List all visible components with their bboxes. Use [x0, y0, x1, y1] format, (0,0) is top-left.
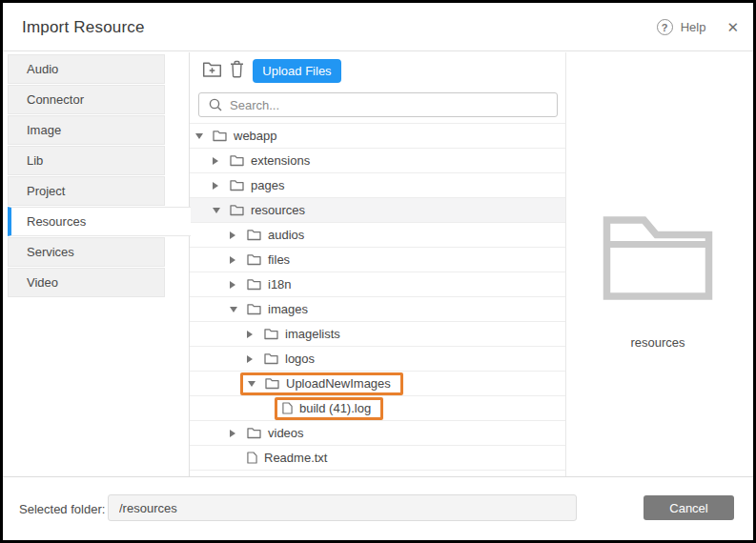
tree-item-pages[interactable]: pages: [190, 173, 565, 198]
help-link[interactable]: Help: [681, 20, 706, 34]
tree-item-content: webapp: [195, 126, 277, 147]
sidebar-item-label: Video: [9, 269, 164, 296]
preview-panel: resources: [566, 52, 749, 476]
delete-icon[interactable]: [230, 60, 244, 82]
tree-item-content: Readme.txt: [247, 448, 327, 469]
folder-icon: [247, 253, 261, 266]
arrow-glyph: [213, 208, 220, 213]
folder-icon: [265, 377, 279, 390]
chevron-right-icon[interactable]: [213, 157, 230, 165]
tree-item-images[interactable]: images: [190, 297, 565, 322]
chevron-right-icon[interactable]: [230, 430, 247, 437]
sidebar-item-label: Resources: [11, 208, 191, 235]
upload-files-button[interactable]: Upload Files: [253, 59, 341, 83]
folder-icon: [230, 179, 244, 191]
file-icon: [247, 452, 257, 464]
tree-item-logos[interactable]: logos: [190, 347, 565, 372]
tree-item-label: imagelists: [285, 327, 340, 341]
sidebar-item-project[interactable]: Project: [8, 176, 165, 206]
help-icon[interactable]: ?: [657, 19, 673, 35]
tree-item-webapp[interactable]: webapp: [190, 124, 565, 149]
tree-item-label: resources: [251, 203, 305, 217]
tree-item-i18n[interactable]: i18n: [190, 272, 565, 297]
tree-item-extensions[interactable]: extensions: [190, 149, 565, 173]
chevron-down-icon[interactable]: [213, 208, 230, 213]
tree-item-readme-txt[interactable]: Readme.txt: [190, 446, 565, 471]
cancel-button[interactable]: Cancel: [644, 495, 734, 520]
file-tree: webappextensionspagesresourcesaudiosfile…: [190, 123, 565, 476]
folder-icon: [230, 204, 244, 216]
chevron-down-icon[interactable]: [195, 133, 213, 139]
arrow-glyph: [230, 430, 235, 437]
tree-item-content: imagelists: [247, 324, 340, 345]
tree-item-files[interactable]: files: [190, 248, 565, 272]
tree-item-resources[interactable]: resources: [190, 198, 565, 223]
folder-icon: [247, 278, 261, 291]
search-input[interactable]: [230, 98, 557, 112]
selected-folder-input[interactable]: [108, 494, 577, 521]
arrow-glyph: [247, 355, 253, 363]
tree-item-label: images: [268, 302, 308, 316]
annotation-highlight-box: UploadNewImages: [240, 372, 403, 395]
tree-item-content: images: [230, 299, 308, 320]
chevron-right-icon[interactable]: [213, 182, 230, 190]
tree-item-label: webapp: [234, 129, 277, 143]
arrow-glyph: [230, 231, 235, 239]
tree-item-content: pages: [213, 175, 284, 196]
chevron-down-icon[interactable]: [230, 307, 247, 312]
sidebar-item-lib[interactable]: Lib: [8, 146, 165, 175]
selected-folder-label: Selected folder:: [19, 502, 105, 516]
tree-item-videos[interactable]: videos: [190, 421, 565, 446]
sidebar-item-label: Services: [9, 238, 164, 266]
sidebar-item-audio[interactable]: Audio: [8, 54, 165, 84]
chevron-down-icon[interactable]: [248, 381, 265, 387]
sidebar-item-services[interactable]: Services: [8, 237, 165, 267]
tree-item-content: extensions: [213, 151, 310, 171]
search-icon: [209, 98, 222, 111]
sidebar-item-connector[interactable]: Connector: [8, 85, 165, 114]
tree-item-audios[interactable]: audios: [190, 223, 565, 248]
tree-item-label: files: [268, 252, 290, 267]
chevron-right-icon[interactable]: [230, 281, 247, 289]
tree-item-label: Readme.txt: [264, 451, 327, 465]
folder-icon: [247, 427, 261, 439]
preview-folder-name: resources: [566, 335, 749, 350]
folder-icon: [230, 154, 244, 167]
chevron-right-icon[interactable]: [247, 355, 264, 363]
tree-item-uploadnewimages[interactable]: UploadNewImages: [190, 372, 565, 396]
tree-item-imagelists[interactable]: imagelists: [190, 322, 565, 347]
tree-item-label: pages: [251, 178, 284, 192]
arrow-glyph: [248, 381, 255, 387]
tree-item-label: build (41).log: [299, 401, 371, 415]
sidebar-item-resources[interactable]: Resources: [8, 207, 191, 236]
sidebar-item-label: Audio: [9, 55, 164, 83]
tree-item-content: files: [230, 250, 290, 271]
arrow-glyph: [230, 281, 235, 289]
tree-item-label: extensions: [251, 153, 310, 168]
arrow-glyph: [230, 256, 235, 264]
folder-icon: [247, 229, 261, 241]
sidebar-item-image[interactable]: Image: [8, 115, 165, 145]
sidebar-item-video[interactable]: Video: [8, 268, 165, 297]
arrow-glyph: [247, 331, 253, 338]
sidebar-item-label: Project: [9, 177, 164, 205]
close-icon[interactable]: ✕: [726, 20, 739, 34]
chevron-right-icon[interactable]: [230, 256, 247, 264]
page-title: Import Resource: [22, 3, 145, 51]
tree-item-content: logos: [247, 349, 315, 370]
sidebar-item-label: Lib: [9, 147, 164, 174]
sidebar-item-label: Image: [9, 116, 164, 144]
arrow-glyph: [213, 157, 218, 165]
chevron-right-icon[interactable]: [230, 231, 247, 239]
new-folder-icon[interactable]: [202, 61, 222, 82]
file-icon: [282, 402, 293, 414]
tree-item-content: videos: [230, 423, 304, 444]
dialog-footer: Selected folder: Cancel: [3, 476, 753, 540]
folder-icon: [247, 303, 261, 315]
arrow-glyph: [213, 182, 218, 190]
folder-preview-icon: [602, 214, 714, 306]
tree-item-label: UploadNewImages: [286, 376, 391, 391]
tree-item-label: logos: [285, 352, 315, 366]
chevron-right-icon[interactable]: [247, 331, 264, 338]
tree-item-build-41-log[interactable]: build (41).log: [190, 396, 565, 421]
